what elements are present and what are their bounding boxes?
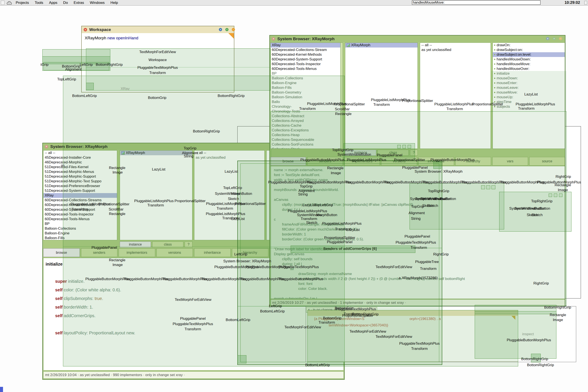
close-icon[interactable]: ✕: [84, 28, 87, 32]
list-item[interactable]: mouseUp:: [493, 95, 565, 100]
menu-item[interactable]: Projects: [16, 1, 29, 5]
menu-chevron-icon[interactable]: ▾: [546, 37, 549, 40]
browser-button[interactable]: senders: [81, 248, 118, 257]
list-item[interactable]: BP: [270, 71, 342, 76]
browser-button[interactable]: browse: [43, 248, 80, 257]
list-item[interactable]: Balloon-Geometry: [270, 90, 342, 95]
list-item[interactable]: 45Deprecated-Installer-Core: [43, 155, 117, 160]
list-item[interactable]: Chronology-Tests: [270, 109, 342, 114]
list-item[interactable]: Collections-Exceptions: [270, 128, 342, 133]
menu-item[interactable]: Tools: [35, 1, 43, 5]
browser-top-titlebar[interactable]: ✕ System Browser: XRayMorph: [270, 36, 565, 42]
menu-item[interactable]: Windows: [90, 1, 105, 5]
fold-corner-icon[interactable]: [228, 33, 234, 39]
menu-item[interactable]: Help: [110, 1, 118, 5]
class-list-top[interactable]: XRayMorph: [345, 42, 418, 149]
browser-button[interactable]: versions: [381, 157, 417, 166]
list-item[interactable]: handlesMouseMove:: [493, 62, 565, 66]
list-item[interactable]: drawSubject:on:level:: [493, 52, 565, 57]
list-item[interactable]: Balloon-Collections: [43, 226, 117, 231]
list-item[interactable]: 51Deprecated-Morphic-Menus: [43, 170, 117, 174]
scrollbar[interactable]: [340, 42, 343, 149]
close-icon[interactable]: ✕: [45, 145, 48, 148]
list-item[interactable]: as yet unclassified: [420, 48, 491, 52]
list-item[interactable]: 60Deprecated-Tools-Inspector: [270, 62, 342, 66]
list-item[interactable]: Balloon-Collections: [270, 76, 342, 81]
close-icon[interactable]: ✕: [272, 37, 275, 41]
list-item[interactable]: Balloon-Fills: [43, 236, 117, 240]
list-item[interactable]: drawSubject:on:: [493, 48, 565, 52]
browser-button[interactable]: inheritance: [194, 248, 231, 257]
list-item[interactable]: Balloon-Fills: [270, 85, 342, 90]
list-item[interactable]: 51Deprecated-System-Support: [43, 188, 117, 193]
list-item[interactable]: 51Deprecated-PreferenceBrowser: [43, 184, 117, 188]
list-item[interactable]: 60Deprecated-Collections-Stream: [270, 48, 342, 52]
collapse-icon[interactable]: −: [559, 37, 562, 40]
list-item[interactable]: XRay: [270, 43, 342, 48]
message-input[interactable]: [412, 0, 541, 5]
method-list-top[interactable]: drawOn:drawSubject:on:drawSubject:on:lev…: [493, 42, 565, 149]
package-list-bottom[interactable]: -- all --45Deprecated-Installer-Core46De…: [43, 150, 117, 240]
list-item[interactable]: 60Deprecated-Collections-Streams: [43, 198, 117, 202]
list-item[interactable]: initialize: [493, 71, 565, 76]
expand-icon[interactable]: +: [553, 37, 556, 40]
list-item[interactable]: 51Deprecated-Morphic-Support: [43, 174, 117, 179]
workspace2-titlebar[interactable]: [308, 310, 518, 316]
browser-button[interactable]: hierarchy: [232, 248, 269, 257]
browser-button[interactable]: ?: [185, 242, 192, 248]
list-item[interactable]: as yet unclassified: [194, 155, 264, 160]
inspect-button[interactable]: inspect: [516, 330, 540, 338]
browser-button[interactable]: inheritance: [418, 157, 454, 166]
list-item[interactable]: handlesMouseOver:: [493, 66, 565, 71]
list-item[interactable]: Chronology-: [270, 104, 342, 109]
browser-button[interactable]: browse: [270, 157, 306, 166]
list-item[interactable]: -- all --: [420, 43, 491, 48]
browser-button[interactable]: implementors: [119, 248, 155, 257]
browser-button[interactable]: versions: [156, 248, 193, 257]
list-item[interactable]: Collections-SortFunctions: [270, 142, 342, 147]
package-list-top[interactable]: XRay60Deprecated-Collections-Stream60Dep…: [270, 42, 343, 149]
list-item[interactable]: mouseMove:: [493, 90, 565, 95]
list-item[interactable]: subjects: [493, 104, 565, 109]
collapse-icon[interactable]: −: [232, 28, 235, 31]
list-item[interactable]: -- all --: [194, 150, 264, 155]
workspace-content[interactable]: XRayMorph new openInHand: [82, 33, 234, 92]
browser-button[interactable]: ?: [410, 150, 418, 156]
browser-button[interactable]: instance: [120, 242, 151, 248]
list-item[interactable]: 60Deprecated-System-Support: [43, 207, 117, 212]
list-item[interactable]: drawOn:: [493, 43, 565, 48]
squeak-mouse-logo-icon[interactable]: [6, 1, 13, 5]
list-item[interactable]: -- all --: [43, 150, 117, 155]
browser-button[interactable]: hierarchy: [455, 157, 491, 166]
desktop-corner-handle[interactable]: [0, 387, 3, 392]
list-item[interactable]: Balloon-Engine: [43, 231, 117, 236]
browser-button[interactable]: instance: [345, 150, 376, 156]
list-item[interactable]: Collections-Cache: [270, 123, 342, 128]
browser-button[interactable]: implementors: [344, 157, 380, 166]
list-item[interactable]: stepTime: [493, 100, 565, 104]
list-item[interactable]: mouseLeave:: [493, 85, 565, 90]
list-item[interactable]: Collections-Arrayed: [270, 118, 342, 123]
list-item[interactable]: Collections-Heap: [270, 133, 342, 138]
list-item[interactable]: handlesMouseDown:: [493, 57, 565, 62]
browser-button[interactable]: senders: [307, 157, 343, 166]
list-item[interactable]: Collections-Abstract: [270, 114, 342, 118]
browser-button[interactable]: class: [152, 242, 183, 248]
menu-item[interactable]: Do: [63, 1, 68, 5]
list-item[interactable]: 60Deprecated-Tools-Menus: [270, 66, 342, 71]
list-item[interactable]: 60Deprecated-System-Support: [270, 57, 342, 62]
list-item[interactable]: BP: [43, 222, 117, 226]
clock[interactable]: 10:29:02: [565, 0, 580, 5]
category-list-bottom[interactable]: -- all --as yet unclassified: [194, 150, 265, 240]
list-item[interactable]: 60Deprecated-Tools-Inspector: [43, 212, 117, 217]
list-item[interactable]: 51Deprecated-Files-Kernel: [43, 165, 117, 170]
list-item[interactable]: 60Deprecated-Kernel-Methods: [43, 202, 117, 207]
list-item[interactable]: mouseDown:: [493, 76, 565, 81]
browser-button[interactable]: source: [529, 157, 565, 166]
list-item[interactable]: 60Deprecated-Tools-Menus: [43, 217, 117, 222]
class-list-bottom[interactable]: XRayMorph: [120, 150, 192, 240]
list-item[interactable]: mouseEnter:: [493, 81, 565, 85]
list-item[interactable]: XRay: [43, 193, 117, 198]
window-list-icon[interactable]: [1, 1, 4, 5]
list-item[interactable]: Balloon-Simulation: [270, 95, 342, 100]
